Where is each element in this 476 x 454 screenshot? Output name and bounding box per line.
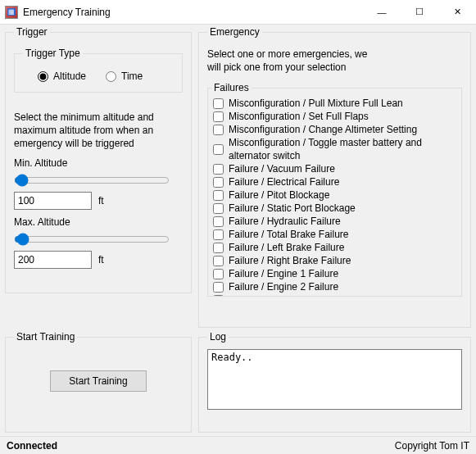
emergency-legend: Emergency [207, 26, 262, 38]
failure-label: Misconfiguration / Change Altimeter Sett… [229, 123, 417, 136]
app-icon: ▦ [5, 6, 18, 19]
failure-label: Failure / Left Brake Failure [229, 241, 344, 254]
failure-row[interactable]: Failure / Total Brake Failure [211, 228, 458, 241]
trigger-instruction: Select the minimum altitude and maximum … [14, 111, 183, 151]
failure-row[interactable]: Failure / Right Brake Failure [211, 254, 458, 267]
failure-checkbox[interactable] [213, 125, 224, 135]
trigger-group: Trigger Trigger Type Altitude Time Selec… [5, 26, 192, 293]
min-altitude-input[interactable] [14, 192, 92, 210]
max-altitude-input[interactable] [14, 251, 92, 269]
max-altitude-label: Max. Altitude [14, 216, 183, 228]
failure-checkbox[interactable] [213, 216, 224, 227]
failure-label: Failure / Hydraulic Failure [229, 215, 341, 228]
failure-label: Failure / Total Brake Failure [229, 228, 349, 241]
start-training-legend: Start Training [14, 331, 77, 343]
radio-time-label: Time [121, 70, 143, 82]
failure-label: Failure / Static Port Blockage [229, 202, 356, 215]
copyright-text: Copyright Tom IT [395, 440, 469, 452]
failure-row[interactable]: Failure / Engine 2 Failure [211, 280, 458, 293]
failure-checkbox[interactable] [213, 295, 224, 297]
failure-row[interactable]: Misconfiguration / Change Altimeter Sett… [211, 123, 458, 136]
radio-altitude-label: Altitude [53, 70, 86, 82]
failure-checkbox[interactable] [213, 256, 224, 266]
failure-checkbox[interactable] [213, 164, 224, 175]
close-button[interactable]: ✕ [438, 0, 476, 24]
min-altitude-slider[interactable] [14, 174, 170, 187]
failures-legend: Failures [211, 82, 252, 93]
failure-row[interactable]: Failure / Static Port Blockage [211, 202, 458, 215]
failure-row[interactable]: Misconfiguration / Set Full Flaps [211, 110, 458, 123]
title-bar: ▦ Emergency Training — ☐ ✕ [0, 0, 476, 25]
window-title: Emergency Training [23, 7, 363, 18]
max-altitude-slider[interactable] [14, 233, 170, 246]
failures-list: Misconfiguration / Pull Mixture Full Lea… [211, 97, 458, 297]
failure-row[interactable]: Failure / Engine 1 Failure [211, 267, 458, 280]
failure-label: Failure / Vacuum Failure [229, 162, 335, 175]
minimize-button[interactable]: — [363, 0, 401, 24]
trigger-type-group: Trigger Type Altitude Time [14, 48, 183, 93]
failure-label: Failure / Engine 3 Failure [229, 293, 338, 297]
failure-label: Misconfiguration / Toggle master battery… [229, 136, 456, 162]
radio-time-input[interactable] [106, 71, 116, 82]
failure-row[interactable]: Misconfiguration / Pull Mixture Full Lea… [211, 97, 458, 110]
failure-label: Failure / Electrical Failure [229, 175, 339, 188]
status-bar: Connected Copyright Tom IT [0, 436, 476, 454]
failure-label: Failure / Pitot Blockage [229, 188, 329, 202]
log-legend: Log [207, 331, 229, 343]
log-textarea[interactable] [207, 349, 462, 410]
failure-row[interactable]: Failure / Pitot Blockage [211, 188, 458, 202]
failure-checkbox[interactable] [213, 98, 224, 109]
failure-row[interactable]: Failure / Engine 3 Failure [211, 293, 458, 297]
failure-row[interactable]: Failure / Vacuum Failure [211, 162, 458, 175]
radio-time[interactable]: Time [106, 70, 143, 82]
min-altitude-unit: ft [98, 195, 104, 207]
radio-altitude[interactable]: Altitude [38, 70, 86, 82]
failure-label: Misconfiguration / Set Full Flaps [229, 110, 369, 123]
radio-altitude-input[interactable] [38, 71, 48, 82]
failure-checkbox[interactable] [213, 282, 224, 293]
start-training-button[interactable]: Start Training [50, 370, 146, 392]
connection-status: Connected [7, 440, 57, 452]
failure-row[interactable]: Failure / Hydraulic Failure [211, 215, 458, 228]
start-training-group: Start Training Start Training [5, 331, 192, 433]
trigger-legend: Trigger [14, 26, 50, 38]
maximize-button[interactable]: ☐ [401, 0, 438, 24]
failure-checkbox[interactable] [213, 177, 224, 188]
max-altitude-unit: ft [98, 254, 104, 266]
failure-checkbox[interactable] [213, 203, 224, 214]
failure-checkbox[interactable] [213, 269, 224, 279]
failure-row[interactable]: Failure / Left Brake Failure [211, 241, 458, 254]
log-group: Log [198, 331, 471, 433]
emergency-group: Emergency Select one or more emergencies… [198, 26, 471, 328]
failure-row[interactable]: Misconfiguration / Toggle master battery… [211, 136, 458, 162]
failure-checkbox[interactable] [213, 111, 224, 122]
failure-label: Failure / Engine 2 Failure [229, 280, 338, 293]
failure-checkbox[interactable] [213, 190, 224, 201]
trigger-type-legend: Trigger Type [23, 48, 83, 59]
min-altitude-label: Min. Altitude [14, 157, 183, 169]
failure-checkbox[interactable] [213, 144, 224, 155]
failure-checkbox[interactable] [213, 243, 224, 253]
failures-group: Failures Misconfiguration / Pull Mixture… [207, 82, 462, 297]
failure-label: Failure / Right Brake Failure [229, 254, 351, 267]
failure-checkbox[interactable] [213, 229, 224, 240]
failure-row[interactable]: Failure / Electrical Failure [211, 175, 458, 188]
failure-label: Failure / Engine 1 Failure [229, 267, 338, 280]
failure-label: Misconfiguration / Pull Mixture Full Lea… [229, 97, 403, 110]
emergency-instruction: Select one or more emergencies, wewill p… [207, 48, 462, 74]
